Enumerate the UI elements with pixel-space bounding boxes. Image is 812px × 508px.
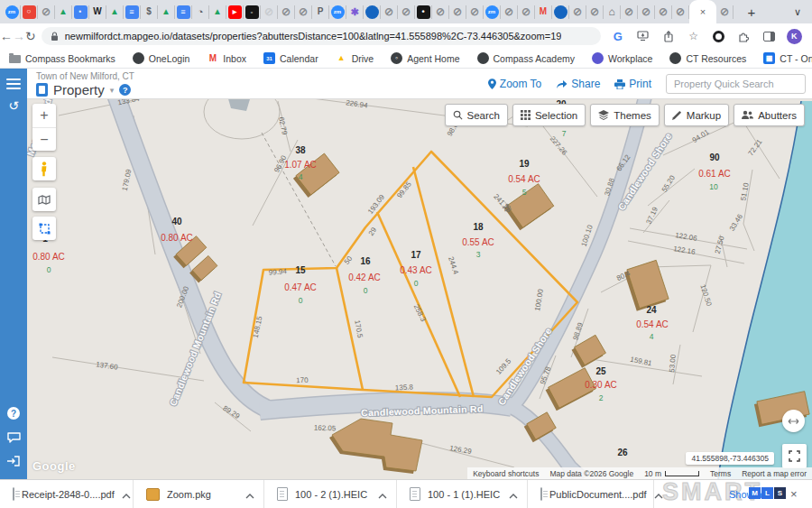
browser-tab[interactable]: ⊘	[501, 5, 518, 19]
chevron-down-icon[interactable]: ▾	[110, 86, 115, 95]
chevron-up-icon[interactable]	[378, 486, 387, 503]
browser-tab[interactable]: ⊘	[655, 5, 672, 19]
bookmark-item[interactable]: ▲Drive	[336, 52, 374, 64]
basemap-toggle-button[interactable]	[32, 188, 56, 211]
forward-button[interactable]: →	[13, 29, 25, 43]
browser-tab[interactable]: ≡	[124, 5, 141, 19]
browser-tab[interactable]: ⊘	[449, 5, 466, 19]
abutters-button[interactable]: Abutters	[734, 104, 805, 126]
browser-tab[interactable]: ⊘	[621, 5, 638, 19]
address-bar[interactable]: newmilfordct.mapgeo.io/datasets/properti…	[42, 27, 601, 45]
menu-hamburger-icon[interactable]	[6, 79, 21, 89]
download-chip[interactable]: PublicDocument....pdf	[528, 480, 654, 508]
browser-tab[interactable]: ⊘	[716, 5, 734, 19]
browser-tab[interactable]: ▶	[226, 5, 244, 19]
bookmark-item[interactable]: ◦Agent Home	[391, 52, 459, 64]
download-chip[interactable]: 100 - 2 (1).HEIC	[264, 480, 397, 508]
selection-button[interactable]: Selection	[512, 104, 586, 126]
google-icon[interactable]: G	[610, 28, 626, 44]
report-map-error-link[interactable]: Report a map error	[742, 469, 807, 478]
browser-tab[interactable]: ▲	[158, 5, 175, 19]
themes-button[interactable]: Themes	[590, 104, 660, 126]
tab-close-icon[interactable]: ×	[700, 7, 706, 17]
bookmark-item[interactable]: OneLogin	[133, 52, 190, 64]
extension-circle-icon[interactable]	[711, 28, 727, 44]
browser-tab[interactable]	[552, 5, 569, 19]
new-tab-button[interactable]: +	[743, 5, 761, 20]
browser-tab[interactable]: ▲	[55, 5, 72, 19]
download-chip[interactable]: Receipt-2848-0....pdf	[0, 480, 134, 508]
browser-tab[interactable]: ≡	[175, 5, 192, 19]
zoom-out-button[interactable]: −	[32, 128, 56, 152]
tab-overflow-chevron-icon[interactable]: ∨	[794, 6, 801, 18]
download-chip[interactable]: Zoom.pkg	[134, 480, 264, 508]
extensions-puzzle-icon[interactable]	[736, 28, 752, 44]
zoom-in-button[interactable]: +	[32, 104, 56, 128]
browser-tab[interactable]: ⊘	[381, 5, 398, 19]
browser-tab[interactable]: ▲	[209, 5, 226, 19]
bookmark-item[interactable]: Compass Bookmarks	[9, 53, 115, 64]
browser-tab[interactable]: zm	[484, 5, 501, 19]
browser-tab[interactable]: ⊘	[278, 5, 295, 19]
browser-tab[interactable]: ⊘	[518, 5, 535, 19]
zoom-to-button[interactable]: Zoom To	[488, 78, 541, 90]
print-button[interactable]: Print	[614, 78, 651, 90]
browser-tab-active[interactable]: ×	[689, 0, 716, 23]
browser-tab[interactable]: ⊘	[586, 5, 604, 19]
browser-tab[interactable]: ⊘	[398, 5, 415, 19]
help-icon[interactable]: ?	[119, 84, 131, 96]
share-icon[interactable]	[660, 28, 677, 44]
downloads-close-icon[interactable]: ×	[790, 487, 798, 501]
browser-tab[interactable]: ✱	[346, 5, 364, 19]
bookmark-item[interactable]: MInbox	[207, 52, 246, 64]
browser-tab[interactable]: ▪	[72, 5, 89, 19]
browser-tab[interactable]: ○	[21, 5, 38, 19]
terms-link[interactable]: Terms	[710, 469, 731, 478]
browser-tab[interactable]: ⊘	[672, 5, 689, 19]
install-icon[interactable]	[635, 28, 651, 44]
browser-tab[interactable]: $	[141, 5, 158, 19]
browser-tab[interactable]: •	[415, 5, 432, 19]
feedback-chat-icon[interactable]	[7, 432, 21, 443]
chevron-up-icon[interactable]	[509, 486, 518, 503]
side-panel-icon[interactable]	[761, 28, 778, 44]
profile-avatar[interactable]: K	[787, 29, 802, 44]
browser-tab[interactable]: ⊘	[38, 5, 55, 19]
measure-selection-button[interactable]	[32, 217, 56, 240]
street-view-pegman[interactable]	[32, 157, 56, 180]
bookmark-item[interactable]: Compass Academy	[477, 52, 575, 64]
reload-button[interactable]: ↻	[25, 29, 36, 43]
history-icon[interactable]: ↺	[8, 98, 19, 113]
bookmark-item[interactable]: Workplace	[592, 52, 652, 64]
back-button[interactable]: ←	[0, 29, 13, 43]
share-button[interactable]: Share	[556, 78, 600, 90]
browser-tab[interactable]: ⊘	[569, 5, 586, 19]
sidebar-help-icon[interactable]: ?	[7, 407, 20, 420]
fullscreen-button[interactable]	[782, 444, 807, 468]
dataset-selector[interactable]: Property ▾ ?	[36, 82, 131, 97]
search-button[interactable]: Search	[445, 104, 508, 126]
pan-extent-button[interactable]	[782, 410, 805, 432]
browser-tab[interactable]: M	[535, 5, 552, 19]
browser-tab[interactable]: ▫	[244, 5, 261, 19]
bookmark-item[interactable]: ▦CT - Onboarding...	[763, 52, 812, 64]
chevron-up-icon[interactable]	[122, 486, 131, 503]
sign-in-icon[interactable]	[7, 456, 20, 466]
markup-button[interactable]: Markup	[664, 104, 729, 126]
chevron-up-icon[interactable]	[245, 486, 254, 503]
keyboard-shortcuts-link[interactable]: Keyboard shortcuts	[473, 469, 539, 478]
map-canvas[interactable]: 133.84226.9462.7996.90179.09200.00148.15…	[27, 99, 812, 479]
browser-tab[interactable]: ⊘	[295, 5, 312, 19]
download-chip[interactable]: 100 - 1 (1).HEIC	[397, 480, 528, 508]
quick-search-input[interactable]	[672, 78, 804, 90]
browser-tab[interactable]: ◔	[192, 5, 209, 19]
browser-tab[interactable]: zm	[329, 5, 346, 19]
browser-tab[interactable]: ⊘	[466, 5, 484, 19]
browser-tab[interactable]	[364, 5, 381, 19]
browser-tab[interactable]: ▲	[106, 5, 124, 19]
browser-tab[interactable]: ⊘	[638, 5, 655, 19]
browser-tab[interactable]: zm	[4, 5, 21, 19]
browser-tab[interactable]: ⊘	[432, 5, 449, 19]
browser-tab[interactable]: P	[312, 5, 329, 19]
browser-tab[interactable]: W	[89, 5, 106, 19]
